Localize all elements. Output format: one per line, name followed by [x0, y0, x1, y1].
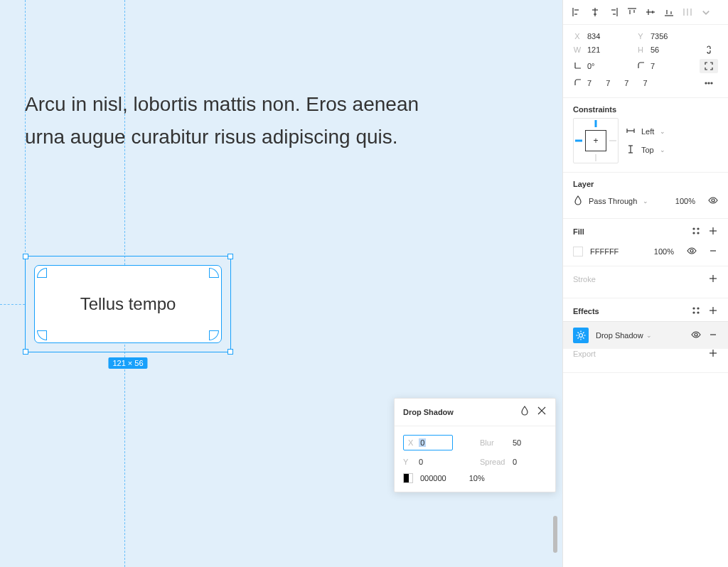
svg-line-57 [578, 338, 579, 339]
x-input[interactable]: X834 [573, 32, 635, 40]
remove-fill-icon[interactable] [708, 246, 718, 257]
width-input[interactable]: W121 [573, 45, 635, 54]
svg-point-23 [705, 82, 707, 84]
align-hcenter-icon[interactable] [590, 7, 600, 17]
effects-title: Effects [573, 307, 599, 315]
fill-opacity-input[interactable]: 100% [654, 247, 674, 256]
shadow-x-input[interactable]: X 0 [403, 435, 453, 450]
selected-frame[interactable]: Tellus tempo [34, 265, 222, 343]
transform-section: X834 Y7356 W121 H56 0° 7 7 7 7 [563, 25, 728, 98]
alignment-toolbar [563, 0, 728, 25]
more-options-icon[interactable] [700, 78, 718, 88]
shadow-y-input[interactable]: 0 [419, 458, 423, 466]
align-bottom-icon[interactable] [664, 7, 674, 17]
visibility-icon[interactable] [691, 330, 701, 341]
svg-point-58 [695, 333, 697, 336]
shadow-blur-input[interactable]: 50 [513, 438, 521, 447]
shadow-spread-input[interactable]: 0 [513, 458, 517, 466]
corner-br-input[interactable]: 7 [624, 79, 628, 87]
export-title: Export [573, 350, 596, 358]
remove-effect-icon[interactable] [708, 330, 718, 341]
corner-radius-handle[interactable] [37, 268, 47, 278]
frame-text: Tellus tempo [80, 294, 176, 314]
y-input[interactable]: Y7356 [636, 32, 698, 40]
fill-hex-input[interactable]: FFFFFF [590, 247, 619, 256]
constrain-proportions-icon[interactable] [700, 45, 718, 55]
constraint-v-icon [626, 144, 636, 156]
svg-point-32 [712, 199, 714, 202]
fill-color-swatch[interactable] [573, 247, 583, 256]
resize-handle-bl[interactable] [23, 349, 28, 355]
svg-point-43 [693, 308, 695, 309]
canvas-scrollbar-thumb[interactable] [553, 516, 557, 553]
corner-radius-input[interactable]: 7 [636, 60, 698, 72]
canvas-paragraph: Arcu in nisl, lobortis mattis non. Eros … [25, 88, 451, 153]
constraint-vertical-select[interactable]: Top⌄ [626, 144, 665, 156]
svg-point-35 [693, 232, 695, 234]
constraints-widget[interactable]: + [573, 118, 619, 163]
align-left-icon[interactable] [572, 7, 582, 17]
svg-line-55 [583, 338, 584, 339]
blend-mode-icon[interactable] [520, 406, 530, 418]
shadow-y-label: Y [403, 458, 412, 466]
corner-tr-input[interactable]: 7 [606, 79, 610, 87]
constraints-section: Constraints + Left⌄ Top⌄ [563, 98, 728, 173]
shadow-color-swatch[interactable] [403, 473, 413, 483]
constraint-horizontal-select[interactable]: Left⌄ [626, 126, 665, 137]
svg-point-49 [579, 334, 583, 338]
fill-section: Fill FFFFFF 100% [563, 219, 728, 266]
angle-icon [573, 60, 582, 72]
add-export-icon[interactable] [708, 348, 718, 360]
corner-radius-icon [573, 77, 582, 89]
svg-point-44 [697, 308, 699, 309]
visibility-icon[interactable] [708, 195, 718, 207]
svg-point-36 [697, 232, 699, 234]
layer-section: Layer Pass Through⌄ 100% [563, 173, 728, 219]
resize-handle-tr[interactable] [228, 254, 233, 259]
resize-handle-tl[interactable] [23, 254, 28, 259]
shadow-spread-label: Spread [480, 458, 505, 466]
shadow-x-label: X [408, 438, 413, 447]
add-fill-icon[interactable] [708, 226, 718, 237]
align-vcenter-icon[interactable] [646, 7, 655, 17]
corner-bl-input[interactable]: 7 [643, 79, 647, 87]
align-top-icon[interactable] [627, 7, 637, 17]
effect-type-select[interactable]: Drop Shadow⌄ [596, 331, 684, 340]
style-picker-icon[interactable] [691, 306, 701, 317]
constraint-h-icon [626, 126, 636, 137]
blend-mode-select[interactable]: Pass Through⌄ [573, 195, 648, 207]
corner-radius-icon [636, 60, 645, 72]
stroke-section: Stroke [563, 266, 728, 298]
drop-shadow-popover[interactable]: Drop Shadow X 0 Blur 50 Y [394, 398, 556, 492]
shadow-blur-label: Blur [480, 438, 505, 447]
popover-title: Drop Shadow [403, 408, 454, 416]
svg-point-34 [697, 228, 699, 230]
add-stroke-icon[interactable] [708, 274, 718, 285]
align-right-icon[interactable] [609, 7, 619, 17]
layer-title: Layer [573, 180, 594, 188]
shadow-color-hex[interactable]: 000000 [420, 474, 446, 482]
close-icon[interactable] [537, 406, 547, 418]
svg-point-25 [711, 82, 712, 84]
svg-point-39 [690, 249, 693, 252]
independent-corners-toggle[interactable] [700, 59, 718, 73]
rotation-input[interactable]: 0° [573, 60, 635, 72]
shadow-x-value: 0 [419, 438, 426, 447]
visibility-icon[interactable] [687, 246, 697, 257]
add-effect-icon[interactable] [708, 306, 718, 317]
svg-point-24 [708, 82, 710, 84]
blend-mode-droplet-icon [573, 195, 583, 207]
corner-radius-handle[interactable] [209, 268, 219, 278]
shadow-opacity-input[interactable]: 10% [469, 474, 485, 482]
height-input[interactable]: H56 [636, 45, 698, 54]
selection-size-badge: 121 × 56 [108, 357, 147, 369]
svg-point-46 [697, 312, 699, 313]
corner-tl-input[interactable]: 7 [587, 79, 592, 87]
svg-line-54 [578, 333, 579, 334]
style-picker-icon[interactable] [691, 226, 701, 237]
corner-radius-handle[interactable] [37, 330, 47, 340]
corner-radius-handle[interactable] [209, 330, 219, 340]
selection-bounds[interactable]: Tellus tempo 121 × 56 [25, 256, 231, 352]
resize-handle-br[interactable] [228, 349, 233, 355]
layer-opacity-input[interactable]: 100% [675, 197, 695, 205]
